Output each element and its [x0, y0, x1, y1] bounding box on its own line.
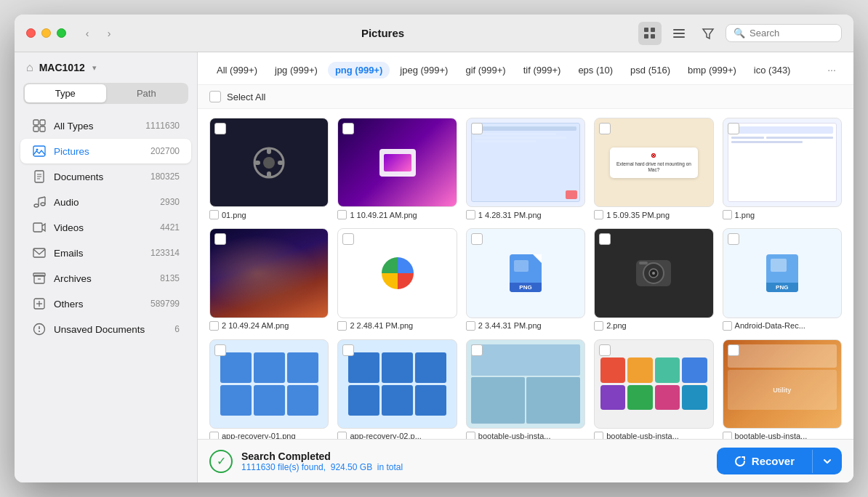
- file-checkbox[interactable]: [471, 233, 483, 245]
- file-item[interactable]: bootable-usb-insta...: [466, 339, 585, 439]
- sidebar-item-emails[interactable]: Emails 123314: [20, 241, 191, 265]
- maximize-button[interactable]: [57, 28, 66, 38]
- file-name-checkbox[interactable]: [466, 321, 475, 331]
- all-types-icon: [32, 118, 47, 133]
- filter-tab-bmp[interactable]: bmp (999+): [680, 62, 744, 78]
- file-thumbnail: PNG: [723, 228, 842, 318]
- file-name-checkbox[interactable]: [337, 210, 347, 219]
- grid-view-button[interactable]: [638, 22, 662, 45]
- file-item[interactable]: 1 10.49.21 AM.png: [337, 118, 457, 219]
- tab-type[interactable]: Type: [25, 84, 106, 102]
- search-box[interactable]: 🔍: [726, 24, 842, 42]
- file-thumbnail: [337, 118, 457, 207]
- file-item[interactable]: ⊗ External hard drive not mounting on Ma…: [594, 118, 713, 219]
- filter-tab-gif[interactable]: gif (999+): [458, 62, 513, 78]
- file-thumbnail: [337, 339, 457, 429]
- file-checkbox[interactable]: [599, 344, 611, 356]
- file-name-checkbox[interactable]: [466, 210, 475, 219]
- tab-path[interactable]: Path: [106, 84, 188, 102]
- file-checkbox[interactable]: [599, 233, 611, 245]
- file-name-checkbox[interactable]: [209, 321, 219, 331]
- file-name-checkbox[interactable]: [337, 432, 347, 439]
- filter-icon: [702, 27, 715, 40]
- file-item[interactable]: 1.png: [723, 118, 842, 219]
- sidebar-item-audio[interactable]: Audio 2930: [20, 190, 191, 214]
- filter-tab-eps[interactable]: eps (10): [571, 62, 620, 78]
- filter-tab-png[interactable]: png (999+): [328, 62, 390, 78]
- file-checkbox[interactable]: [728, 123, 739, 134]
- filter-tab-jpeg[interactable]: jpeg (999+): [393, 62, 455, 78]
- file-checkbox[interactable]: [728, 344, 739, 356]
- svg-line-22: [39, 197, 45, 198]
- file-item[interactable]: PNG 2 3.44.31 PM.png: [466, 228, 585, 330]
- chevron-down-icon: [823, 457, 832, 466]
- file-checkbox[interactable]: [214, 233, 226, 245]
- file-thumbnail: [466, 339, 585, 429]
- sidebar-item-videos[interactable]: Videos 4421: [20, 215, 191, 240]
- more-filters-button[interactable]: ···: [821, 60, 842, 80]
- file-checkbox[interactable]: [471, 344, 483, 356]
- file-name-checkbox[interactable]: [209, 210, 219, 219]
- svg-rect-0: [644, 28, 648, 32]
- file-checkbox[interactable]: [342, 233, 354, 245]
- file-name-checkbox[interactable]: [594, 321, 603, 331]
- search-icon: 🔍: [734, 28, 745, 39]
- file-checkbox[interactable]: [728, 233, 739, 245]
- file-checkbox[interactable]: [342, 344, 354, 356]
- file-name-checkbox[interactable]: [337, 321, 347, 331]
- close-button[interactable]: [26, 28, 36, 38]
- back-button[interactable]: ‹: [78, 24, 97, 43]
- recover-button[interactable]: Recover: [717, 448, 842, 474]
- sidebar-item-others[interactable]: Others 589799: [20, 291, 191, 316]
- file-item[interactable]: 2.png: [594, 228, 713, 330]
- sidebar-item-unsaved[interactable]: Unsaved Documents 6: [20, 317, 191, 342]
- recover-dropdown-button[interactable]: [812, 450, 842, 473]
- file-item[interactable]: 01.png: [209, 118, 329, 219]
- status-bar: ✓ Search Completed 1111630 file(s) found…: [198, 439, 853, 482]
- file-name: 1.png: [723, 210, 842, 219]
- file-item[interactable]: 2 10.49.24 AM.png: [209, 228, 329, 330]
- file-checkbox[interactable]: [214, 123, 226, 134]
- file-name-checkbox[interactable]: [594, 210, 603, 219]
- sidebar-item-pictures[interactable]: Pictures 202700: [20, 139, 191, 163]
- file-checkbox[interactable]: [471, 123, 483, 134]
- sidebar-item-documents[interactable]: Documents 180325: [20, 164, 191, 189]
- minimize-button[interactable]: [41, 28, 51, 38]
- select-all-checkbox[interactable]: [209, 91, 221, 102]
- file-name: 2 2.48.41 PM.png: [337, 321, 457, 331]
- filter-tab-psd[interactable]: psd (516): [623, 62, 678, 78]
- filter-tab-all[interactable]: All (999+): [209, 62, 265, 78]
- sidebar-item-archives[interactable]: Archives 8135: [20, 266, 191, 291]
- file-checkbox[interactable]: [214, 344, 226, 356]
- file-name-checkbox[interactable]: [466, 432, 475, 439]
- file-name-checkbox[interactable]: [594, 432, 603, 439]
- file-item[interactable]: 2 2.48.41 PM.png: [337, 228, 457, 330]
- file-item[interactable]: app-recovery-02.p...: [337, 339, 457, 439]
- list-view-button[interactable]: [667, 22, 691, 45]
- recover-button-main[interactable]: Recover: [717, 448, 812, 474]
- filter-tab-ico[interactable]: ico (343): [747, 62, 798, 78]
- audio-icon: [32, 195, 47, 209]
- filter-tab-tif[interactable]: tif (999+): [516, 62, 568, 78]
- file-thumbnail: [209, 228, 329, 318]
- app-window: ‹ › Pictures: [15, 15, 853, 482]
- file-name-checkbox[interactable]: [723, 432, 732, 439]
- file-item[interactable]: PNG Android-Data-Rec...: [723, 228, 842, 330]
- file-item[interactable]: 1 4.28.31 PM.png: [466, 118, 585, 219]
- file-name-checkbox[interactable]: [723, 321, 732, 331]
- file-item[interactable]: bootable-usb-insta...: [594, 339, 713, 439]
- filter-button[interactable]: [696, 22, 720, 45]
- file-name-checkbox[interactable]: [209, 432, 219, 439]
- sidebar-item-all-types[interactable]: All Types 1111630: [20, 113, 191, 138]
- file-checkbox[interactable]: [599, 123, 611, 134]
- file-item[interactable]: Utility bootable-usb-insta...: [723, 339, 842, 439]
- file-name-checkbox[interactable]: [723, 210, 732, 219]
- file-checkbox[interactable]: [342, 123, 354, 134]
- forward-button[interactable]: ›: [100, 24, 118, 43]
- toolbar-right: 🔍: [638, 22, 842, 45]
- audio-label: Audio: [54, 197, 153, 208]
- file-item[interactable]: app-recovery-01.png: [209, 339, 329, 439]
- search-input[interactable]: [750, 28, 834, 39]
- svg-point-33: [39, 331, 40, 332]
- filter-tab-jpg[interactable]: jpg (999+): [268, 62, 325, 78]
